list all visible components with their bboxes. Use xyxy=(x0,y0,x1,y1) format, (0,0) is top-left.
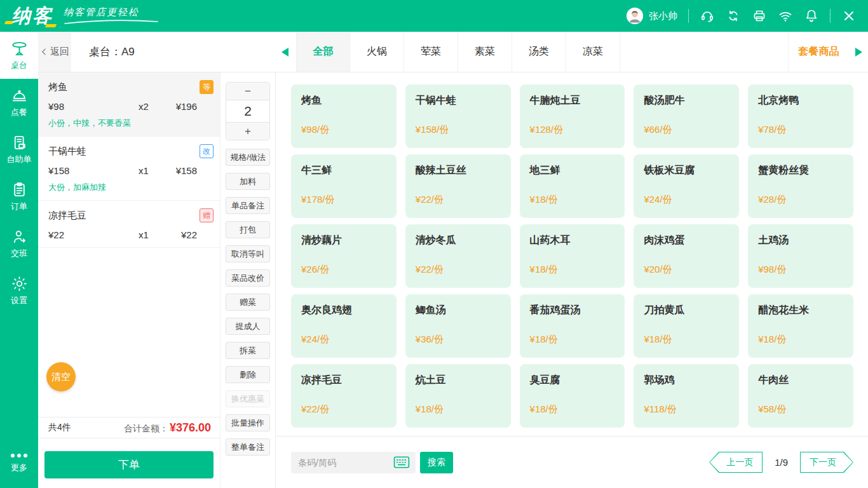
action-button[interactable]: 拆菜 xyxy=(226,342,270,359)
sidebar-item-shift[interactable]: 交班 xyxy=(0,220,38,267)
order-item-qty: x1 xyxy=(125,229,163,240)
menu-item-price: ¥18/份 xyxy=(530,403,615,416)
category-tab[interactable]: 全部 xyxy=(296,32,350,72)
tabs-scroll-left-button[interactable] xyxy=(273,32,296,72)
menu-item-card[interactable]: 干锅牛蛙 ¥158/份 xyxy=(405,85,511,148)
menu-item-card[interactable]: 郭场鸡 ¥118/份 xyxy=(634,364,739,428)
order-item[interactable]: 烤鱼 等 ¥98 x2 ¥196 小份，中辣，不要香菜 xyxy=(38,72,220,137)
order-item[interactable]: 凉拌毛豆 赠 ¥22 x1 ¥22 xyxy=(38,201,220,248)
menu-item-price: ¥128/份 xyxy=(530,124,615,136)
category-tab[interactable]: 汤类 xyxy=(512,32,566,72)
action-button[interactable]: 提成人 xyxy=(226,318,270,335)
submit-order-button[interactable]: 下单 xyxy=(44,451,214,478)
keyboard-icon[interactable] xyxy=(393,456,410,468)
sidebar-item-label: 桌台 xyxy=(11,60,27,71)
menu-item-name: 鲫鱼汤 xyxy=(416,304,501,317)
sync-icon[interactable] xyxy=(726,8,741,24)
menu-item-card[interactable]: 醋泡花生米 ¥18/份 xyxy=(748,294,853,358)
order-item-name: 凉拌毛豆 xyxy=(48,210,86,222)
close-icon[interactable] xyxy=(841,8,857,24)
menu-footer: 搜索 上一页 1/9 下一页 xyxy=(276,436,868,488)
action-button-label: 加料 xyxy=(240,176,256,187)
menu-item-card[interactable]: 烤鱼 ¥98/份 xyxy=(291,85,397,148)
menu-item-name: 牛腩炖土豆 xyxy=(530,94,615,107)
menu-item-card[interactable]: 酸辣土豆丝 ¥22/份 xyxy=(405,154,511,218)
category-tab[interactable]: 凉菜 xyxy=(566,32,620,72)
sidebar-item-label: 交班 xyxy=(11,248,27,259)
back-button[interactable]: 返回 xyxy=(38,32,71,72)
qty-minus-button[interactable]: − xyxy=(226,83,269,100)
action-button[interactable]: 加料 xyxy=(226,173,270,190)
menu-item-card[interactable]: 炕土豆 ¥18/份 xyxy=(405,364,511,428)
menu-item-card[interactable]: 凉拌毛豆 ¥22/份 xyxy=(291,364,397,428)
menu-item-card[interactable]: 鲫鱼汤 ¥36/份 xyxy=(405,294,511,358)
avatar[interactable] xyxy=(627,8,643,24)
menu-item-card[interactable]: 铁板米豆腐 ¥24/份 xyxy=(634,154,739,218)
action-button[interactable]: 菜品改价 xyxy=(226,269,270,287)
more-dots-icon xyxy=(11,454,27,458)
item-count: 共4件 xyxy=(48,422,71,433)
scroll-right-icon xyxy=(855,48,862,57)
menu-item-name: 烤鱼 xyxy=(301,94,386,107)
menu-item-card[interactable]: 土鸡汤 ¥98/份 xyxy=(748,224,853,288)
clear-order-button[interactable]: 清空 xyxy=(46,362,76,391)
user-name[interactable]: 张小帅 xyxy=(649,10,677,22)
category-tab[interactable]: 荤菜 xyxy=(404,32,458,72)
menu-item-card[interactable]: 刀拍黄瓜 ¥18/份 xyxy=(634,294,739,358)
menu-item-card[interactable]: 清炒藕片 ¥26/份 xyxy=(291,224,397,288)
menu-item-card[interactable]: 酸汤肥牛 ¥66/份 xyxy=(634,85,739,148)
sidebar-item-label: 订单 xyxy=(11,201,27,212)
sidebar-item-settings[interactable]: 设置 xyxy=(0,267,38,314)
menu-item-price: ¥18/份 xyxy=(530,264,615,276)
action-button[interactable]: 批量操作 xyxy=(226,414,270,431)
menu-item-card[interactable]: 番茄鸡蛋汤 ¥18/份 xyxy=(520,294,625,358)
menu-item-name: 酸汤肥牛 xyxy=(644,94,729,107)
menu-item-card[interactable]: 牛肉丝 ¥58/份 xyxy=(748,364,853,428)
category-tab[interactable]: 火锅 xyxy=(350,32,404,72)
sidebar-item-tables[interactable]: 桌台 xyxy=(0,32,38,79)
qty-plus-button[interactable]: + xyxy=(226,123,269,140)
bell-icon[interactable] xyxy=(804,8,819,24)
order-item-name: 烤鱼 xyxy=(48,81,67,93)
sidebar-item-order-food[interactable]: 点餐 xyxy=(0,79,38,126)
action-button-label: 菜品改价 xyxy=(231,273,264,284)
menu-item-card[interactable]: 蟹黄粉丝煲 ¥28/份 xyxy=(748,154,853,218)
tabs-scroll-right-button[interactable] xyxy=(849,32,868,72)
menu-item-name: 臭豆腐 xyxy=(530,374,615,387)
menu-item-card[interactable]: 牛腩炖土豆 ¥128/份 xyxy=(520,85,625,148)
action-button[interactable]: 打包 xyxy=(226,221,270,238)
menu-item-card[interactable]: 清炒冬瓜 ¥22/份 xyxy=(405,224,511,288)
menu-item-card[interactable]: 山药木耳 ¥18/份 xyxy=(520,224,625,288)
next-page-button[interactable]: 下一页 xyxy=(800,452,853,473)
menu-item-card[interactable]: 北京烤鸭 ¥78/份 xyxy=(748,85,853,148)
action-button[interactable]: 取消等叫 xyxy=(226,245,270,262)
action-button[interactable]: 单品备注 xyxy=(226,197,270,214)
action-button-label: 换优惠菜 xyxy=(231,393,264,405)
menu-item-card[interactable]: 地三鲜 ¥18/份 xyxy=(520,154,625,218)
action-button[interactable]: 赠菜 xyxy=(226,294,270,311)
menu-item-price: ¥18/份 xyxy=(758,334,843,346)
category-tab[interactable]: 素菜 xyxy=(458,32,512,72)
sidebar-item-self-order[interactable]: 自助单 xyxy=(0,126,38,173)
headset-icon[interactable] xyxy=(700,8,715,24)
menu-area: 烤鱼 ¥98/份 干锅牛蛙 ¥158/份 牛腩炖土豆 ¥128/份 酸汤肥牛 ¥… xyxy=(276,72,868,488)
action-button[interactable]: 整单备注 xyxy=(226,438,270,456)
order-item-qty: x2 xyxy=(125,101,163,112)
search-button[interactable]: 搜索 xyxy=(420,452,453,473)
printer-icon[interactable] xyxy=(752,8,767,24)
action-button[interactable]: 删除 xyxy=(226,366,270,383)
menu-item-card[interactable]: 牛三鲜 ¥178/份 xyxy=(291,154,397,218)
combo-products-button[interactable]: 套餐商品 xyxy=(788,32,849,72)
search-input[interactable] xyxy=(298,458,393,468)
menu-item-card[interactable]: 肉沫鸡蛋 ¥20/份 xyxy=(634,224,739,288)
action-button[interactable]: 规格/做法 xyxy=(226,149,270,166)
menu-item-card[interactable]: 臭豆腐 ¥18/份 xyxy=(520,364,625,428)
menu-item-card[interactable]: 奥尔良鸡翅 ¥24/份 xyxy=(291,294,397,358)
wifi-icon[interactable] xyxy=(778,8,793,24)
sidebar-item-orders[interactable]: 订单 xyxy=(0,173,38,220)
sidebar-item-more[interactable]: 更多 xyxy=(0,438,38,488)
prev-page-button[interactable]: 上一页 xyxy=(709,452,763,473)
action-button[interactable]: 换优惠菜 xyxy=(226,390,270,407)
subheader-spacer xyxy=(620,32,788,72)
order-item[interactable]: 干锅牛蛙 改 ¥158 x1 ¥158 大份，加麻加辣 xyxy=(38,137,220,201)
